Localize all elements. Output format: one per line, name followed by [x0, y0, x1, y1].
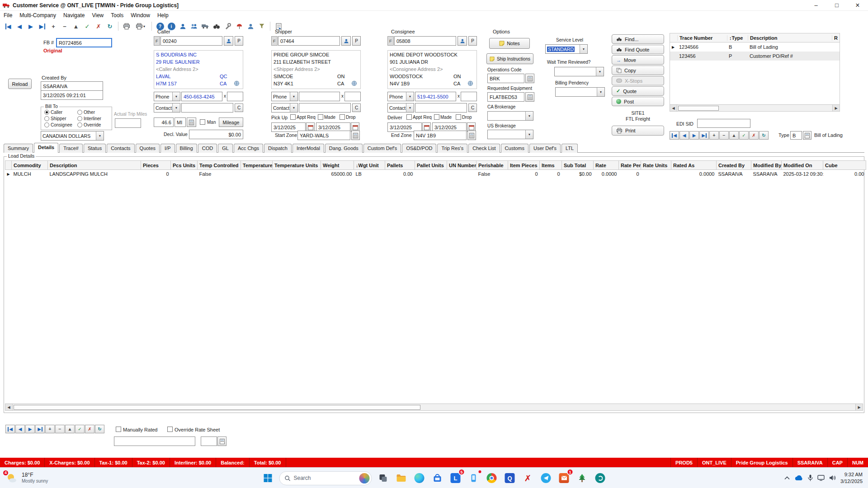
shipper-phone-field[interactable]: [299, 92, 340, 101]
col-sub-total[interactable]: Sub Total: [562, 161, 594, 170]
trace-post-button[interactable]: ✓: [739, 131, 749, 140]
load-insert-button[interactable]: +: [45, 425, 55, 433]
currency-select[interactable]: CANADIAN DOLLARS ▼: [41, 131, 104, 141]
tab-trace[interactable]: Trace#: [59, 144, 83, 153]
first-record-button[interactable]: ◀: [3, 21, 14, 32]
map-icon[interactable]: [234, 80, 240, 87]
tree-app-button[interactable]: [575, 470, 590, 486]
x-app-button[interactable]: ✗: [520, 470, 536, 486]
chrome-button[interactable]: [484, 470, 500, 486]
col-item-pieces[interactable]: Item Pieces: [508, 161, 540, 170]
tab-details[interactable]: Details: [34, 143, 58, 153]
chevron-down-icon[interactable]: ▼: [172, 103, 180, 112]
chevron-down-icon[interactable]: ▼: [596, 67, 604, 76]
requested-equipment-field[interactable]: FLATBED53: [487, 92, 524, 102]
caller-contact-field[interactable]: [181, 103, 233, 113]
consignee-drop-checkbox[interactable]: [456, 114, 461, 120]
post-edit-button[interactable]: ✓: [82, 21, 93, 32]
menu-file[interactable]: File: [0, 12, 16, 19]
minimize-button[interactable]: –: [806, 0, 826, 10]
trace-delete-button[interactable]: −: [719, 131, 729, 140]
scroll-right-icon[interactable]: ▶: [832, 105, 840, 111]
trace-type-lookup-button[interactable]: [803, 131, 811, 140]
col-temp-controlled[interactable]: Temp Controlled: [198, 161, 241, 170]
chevron-down-icon[interactable]: ▼: [525, 130, 533, 139]
caller-ext-field[interactable]: [227, 92, 243, 101]
scrollbar-thumb[interactable]: [678, 106, 719, 111]
display-icon[interactable]: [817, 475, 825, 481]
menu-navigate[interactable]: Navigate: [60, 12, 88, 19]
print-button[interactable]: [121, 21, 132, 32]
consignee-code-field[interactable]: 05808: [394, 36, 456, 46]
bill-to-caller-radio[interactable]: Caller: [44, 110, 62, 115]
caller-contact-type-select[interactable]: Contact▼: [154, 103, 180, 113]
load-cancel-button[interactable]: ✗: [85, 425, 94, 433]
chevron-down-icon[interactable]: ▼: [406, 92, 414, 101]
trace-row[interactable]: ▶ 1234566 B Bill of Lading: [670, 42, 840, 52]
menu-multi-company[interactable]: Multi-Company: [16, 12, 60, 19]
trace-last-button[interactable]: ▶: [699, 131, 709, 140]
consignee-zone-lookup-button[interactable]: [467, 131, 476, 140]
load-prior-button[interactable]: ◀: [15, 425, 25, 433]
trace-next-button[interactable]: ▶: [689, 131, 699, 140]
edi-sid-field[interactable]: [697, 119, 750, 128]
shipper-drop-checkbox[interactable]: [340, 114, 345, 120]
col-perishable[interactable]: Perishable: [476, 161, 508, 170]
consignee-client-button[interactable]: [458, 36, 467, 46]
next-record-button[interactable]: ▶: [25, 21, 36, 32]
swirl-app-button[interactable]: [593, 470, 608, 486]
quote-button[interactable]: ✓Quote: [612, 86, 664, 96]
volume-icon[interactable]: [829, 475, 836, 481]
load-delete-button[interactable]: −: [55, 425, 65, 433]
chevron-down-icon[interactable]: ▼: [290, 92, 297, 101]
trace-cancel-button[interactable]: ✗: [749, 131, 759, 140]
find-order-button[interactable]: Find...: [612, 34, 664, 44]
consignee-phone-field[interactable]: 519-421-5500: [415, 92, 456, 101]
microphone-icon[interactable]: [808, 474, 813, 481]
trace-prior-button[interactable]: ◀: [679, 131, 689, 140]
map-icon[interactable]: [467, 80, 473, 87]
trace-row[interactable]: 123456 P Customer PO/Ref #: [670, 52, 840, 61]
tab-trip-res[interactable]: Trip Res's: [437, 144, 467, 153]
tab-quotes[interactable]: Quotes: [136, 144, 160, 153]
caller-contact-button[interactable]: C: [235, 103, 243, 112]
tab-cod[interactable]: COD: [198, 144, 217, 153]
tab-status[interactable]: Status: [84, 144, 106, 153]
trace-refresh-button[interactable]: ↻: [759, 131, 769, 140]
ca-brokerage-select[interactable]: ▼: [487, 111, 533, 121]
tab-check-list[interactable]: Check List: [468, 144, 500, 153]
shipper-client-button[interactable]: [341, 36, 351, 46]
col-rate-per[interactable]: Rate Per: [619, 161, 641, 170]
load-edit-button[interactable]: ▲: [65, 425, 75, 433]
reload-button[interactable]: Reload: [8, 79, 32, 89]
col-rated-as[interactable]: Rated As: [671, 161, 717, 170]
user-button[interactable]: [245, 21, 256, 32]
shipper-p-button[interactable]: P: [352, 36, 361, 46]
rate-sheet-field[interactable]: [201, 436, 217, 446]
load-next-button[interactable]: ▶: [25, 425, 35, 433]
print-preview-button[interactable]: ▼: [132, 21, 149, 32]
trace-edit-button[interactable]: ▲: [729, 131, 739, 140]
col-temperature-units[interactable]: Temperature Units: [273, 161, 321, 170]
trace-number-header[interactable]: Trace Number: [677, 35, 727, 41]
billing-pendency-select[interactable]: ▼: [555, 87, 605, 97]
close-button[interactable]: ×: [847, 0, 868, 10]
menu-tools[interactable]: Tools: [107, 12, 127, 19]
shipper-contact-type-select[interactable]: Contact▼: [271, 103, 298, 113]
tab-custom-defs[interactable]: Custom Def's: [363, 144, 401, 153]
scroll-right-icon[interactable]: ▶: [855, 404, 863, 410]
bill-to-other-radio[interactable]: Other: [77, 110, 95, 115]
refresh-button[interactable]: ↻: [104, 21, 115, 32]
tab-gl[interactable]: GL: [218, 144, 233, 153]
delete-record-button[interactable]: −: [59, 21, 70, 32]
chevron-down-icon[interactable]: ▼: [290, 103, 297, 112]
tab-ltl[interactable]: LTL: [561, 144, 578, 153]
search-input[interactable]: Search: [279, 471, 372, 485]
col-pallet-units[interactable]: Pallet Units: [415, 161, 447, 170]
manually-rated-checkbox[interactable]: [116, 427, 121, 432]
find-quote-button[interactable]: Find Quote: [612, 45, 664, 54]
col-cube[interactable]: Cube: [823, 161, 866, 170]
col-rate-units[interactable]: Rate Units: [641, 161, 671, 170]
col-temperature[interactable]: Temperature: [241, 161, 273, 170]
col-pcs-units[interactable]: Pcs Units: [171, 161, 198, 170]
